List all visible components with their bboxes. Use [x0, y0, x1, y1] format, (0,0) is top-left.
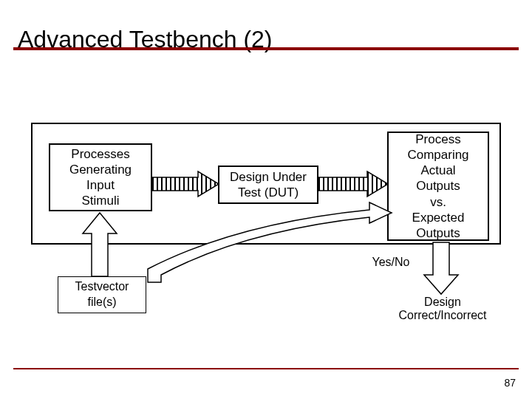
page-number: 87 — [504, 377, 516, 389]
arrow-testvector-to-compare — [148, 205, 392, 287]
dut-block: Design Under Test (DUT) — [218, 166, 318, 204]
testvector-block: Testvector file(s) — [58, 276, 146, 313]
compare-block: Process Comparing Actual Outputs vs. Exp… — [387, 132, 489, 241]
footer-rule — [13, 368, 519, 369]
arrow-stimuli-to-dut — [152, 170, 219, 198]
svg-marker-2 — [152, 171, 219, 197]
stimuli-text: Processes Generating Input Stimuli — [69, 146, 132, 209]
arrow-compare-to-result — [424, 242, 458, 294]
svg-marker-5 — [318, 171, 388, 197]
arrow-dut-to-compare — [318, 170, 388, 198]
stimuli-block: Processes Generating Input Stimuli — [49, 143, 152, 211]
compare-text: Process Comparing Actual Outputs vs. Exp… — [407, 132, 468, 242]
testvector-text: Testvector file(s) — [75, 279, 129, 310]
svg-marker-6 — [83, 213, 117, 276]
svg-marker-7 — [424, 242, 458, 294]
dut-text: Design Under Test (DUT) — [230, 169, 307, 201]
title-underline — [13, 47, 519, 50]
result-label: Design Correct/Incorrect — [395, 296, 491, 322]
arrow-testvector-to-stimuli — [83, 213, 117, 276]
